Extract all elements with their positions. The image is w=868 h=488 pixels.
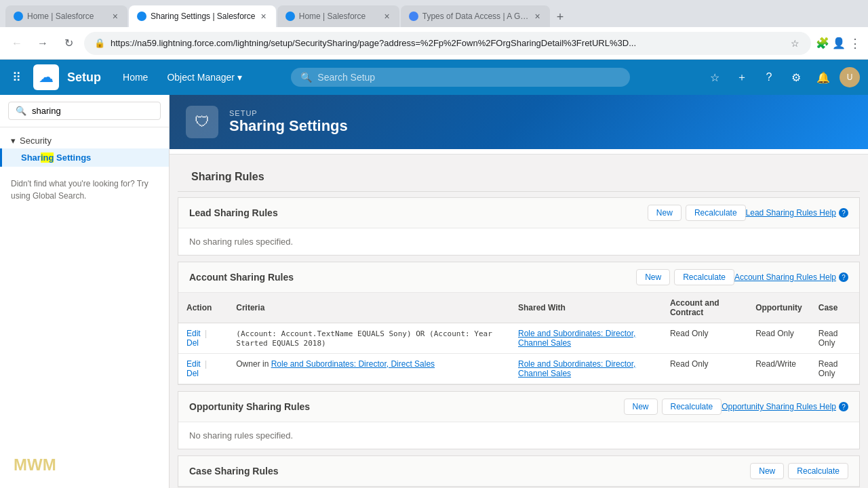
new-tab-button[interactable]: + [551, 7, 570, 27]
table-row: Edit | Del Owner in Role and Subordinate… [178, 354, 859, 384]
row2-action: Edit | Del [178, 354, 228, 384]
sidebar-search-input[interactable] [32, 106, 153, 116]
row2-col2: Read/Write [747, 354, 810, 384]
account-recalculate-button[interactable]: Recalculate [674, 269, 734, 285]
row1-del-link[interactable]: Del [186, 338, 199, 348]
account-new-button[interactable]: New [636, 269, 670, 285]
case-recalculate-button[interactable]: Recalculate [788, 463, 848, 479]
col-criteria: Criteria [228, 293, 510, 323]
nav-object-manager[interactable]: Object Manager ▾ [159, 68, 250, 87]
setup-title: Setup [67, 70, 101, 85]
sidebar-search-icon: 🔍 [16, 106, 26, 116]
account-sharing-section: Account Sharing Rules New Recalculate Ac… [178, 262, 860, 385]
tab-sharing[interactable]: Sharing Settings | Salesforce × [129, 5, 276, 27]
waffle-icon[interactable]: ⠿ [8, 66, 25, 89]
lead-empty-message: No sharing rules specified. [178, 228, 859, 255]
row2-del-link[interactable]: Del [186, 369, 199, 378]
account-help-link[interactable]: Account Sharing Rules Help [734, 272, 836, 282]
address-bar-row: ← → ↻ 🔒 https://na59.lightning.force.com… [0, 27, 868, 60]
case-section-title: Case Sharing Rules [189, 466, 750, 476]
row2-col1: Read Only [662, 354, 747, 384]
forward-button[interactable]: → [33, 33, 53, 54]
sidebar: 🔍 ▾ Security Sharing Settings Didn't fin… [0, 95, 170, 488]
case-section-header: Case Sharing Rules New Recalculate [178, 456, 859, 487]
tab-close-4[interactable]: × [534, 9, 542, 23]
setup-label: SETUP [229, 109, 348, 117]
tab-home-1[interactable]: Home | Salesforce × [5, 5, 127, 27]
row1-criteria: (Account: Account.TextName EQUALS Sony) … [228, 323, 510, 354]
settings-icon[interactable]: ⚙ [785, 66, 807, 88]
security-section-toggle[interactable]: ▾ Security [11, 136, 158, 146]
opportunity-help-link[interactable]: Opportunity Sharing Rules Help [722, 402, 836, 411]
account-help-icon[interactable]: ? [839, 272, 848, 282]
sidebar-hint: Didn't find what you're looking for? Try… [0, 167, 169, 213]
sidebar-item-label: Sharing Settings [21, 152, 91, 163]
tab-guide[interactable]: Types of Data Access | A Guid... × [401, 5, 550, 27]
row1-action: Edit | Del [178, 323, 228, 354]
lead-recalculate-button[interactable]: Recalculate [686, 205, 746, 221]
tab-close-3[interactable]: × [383, 9, 391, 23]
back-button[interactable]: ← [7, 33, 27, 54]
sidebar-search-box[interactable]: 🔍 [8, 102, 161, 120]
lead-help-icon[interactable]: ? [839, 208, 848, 218]
profile-icon[interactable]: 👤 [833, 37, 845, 49]
extensions-icon[interactable]: 🧩 [816, 37, 829, 49]
account-help: Account Sharing Rules Help ? [734, 272, 848, 282]
page-title: Sharing Settings [229, 117, 348, 135]
favorites-icon[interactable]: ☆ [704, 66, 726, 88]
row2-edit-link[interactable]: Edit [186, 359, 201, 369]
sidebar-item-sharing-settings[interactable]: Sharing Settings [0, 148, 169, 167]
tab-favicon-1 [14, 12, 23, 21]
opportunity-recalculate-button[interactable]: Recalculate [662, 399, 722, 415]
row2-shared-link[interactable]: Role and Subordinates: Director, Channel… [518, 359, 635, 378]
refresh-button[interactable]: ↻ [58, 33, 79, 54]
avatar[interactable]: U [840, 67, 860, 87]
add-icon[interactable]: ＋ [731, 66, 753, 88]
row2-col3: Read Only [810, 354, 859, 384]
case-sharing-section: Case Sharing Rules New Recalculate [178, 455, 860, 487]
row2-criteria-link[interactable]: Role and Subordinates: Director, Direct … [271, 359, 435, 369]
tab-title-3: Home | Salesforce [299, 12, 379, 21]
lead-new-button[interactable]: New [648, 205, 682, 221]
chevron-down-icon: ▾ [237, 72, 242, 83]
lead-help-link[interactable]: Lead Sharing Rules Help [746, 208, 836, 218]
sharing-rules-title: Sharing Rules [191, 171, 846, 183]
col-account-contract: Account and Contract [662, 293, 747, 323]
opportunity-empty-message: No sharing rules specified. [178, 422, 859, 449]
row1-shared-link[interactable]: Role and Subordinates: Director, Channel… [518, 329, 635, 348]
row1-shared-with: Role and Subordinates: Director, Channel… [510, 323, 662, 354]
page-header-text: SETUP Sharing Settings [229, 109, 348, 135]
sf-logo: ☁ [33, 64, 59, 90]
chevron-down-icon: ▾ [11, 136, 16, 146]
tab-close-1[interactable]: × [111, 9, 119, 23]
col-opportunity: Opportunity [747, 293, 810, 323]
tab-home-2[interactable]: Home | Salesforce × [277, 5, 399, 27]
search-input[interactable] [317, 72, 620, 83]
table-row: Edit | Del (Account: Account.TextName EQ… [178, 323, 859, 354]
bell-icon[interactable]: 🔔 [812, 66, 834, 88]
opportunity-help-icon[interactable]: ? [839, 402, 848, 411]
lock-icon: 🔒 [94, 38, 105, 48]
row1-edit-link[interactable]: Edit [186, 329, 201, 338]
watermark: MWM [14, 455, 56, 474]
menu-icon[interactable]: ⋮ [849, 37, 861, 49]
address-text: https://na59.lightning.force.com/lightni… [111, 38, 783, 48]
row1-col2: Read Only [747, 323, 810, 354]
case-new-button[interactable]: New [750, 463, 784, 479]
row1-col3: Read Only [810, 323, 859, 354]
row2-shared-with: Role and Subordinates: Director, Channel… [510, 354, 662, 384]
tab-title-4: Types of Data Access | A Guid... [422, 12, 530, 21]
sf-search-box[interactable]: 🔍 [291, 68, 630, 87]
help-icon[interactable]: ? [758, 66, 780, 88]
nav-home[interactable]: Home [115, 68, 156, 87]
scroll-area: Sharing Rules Lead Sharing Rules New Rec… [170, 155, 868, 488]
row2-criteria: Owner in Role and Subordinates: Director… [228, 354, 510, 384]
opportunity-help: Opportunity Sharing Rules Help ? [722, 402, 848, 411]
opportunity-new-button[interactable]: New [624, 399, 658, 415]
lead-sharing-section: Lead Sharing Rules New Recalculate Lead … [178, 197, 860, 256]
tab-title-2: Sharing Settings | Salesforce [151, 12, 256, 21]
tab-close-2[interactable]: × [260, 9, 268, 23]
bookmark-icon[interactable]: ☆ [789, 37, 801, 49]
page-header-icon: 🛡 [186, 106, 218, 138]
address-bar[interactable]: 🔒 https://na59.lightning.force.com/light… [84, 32, 811, 55]
